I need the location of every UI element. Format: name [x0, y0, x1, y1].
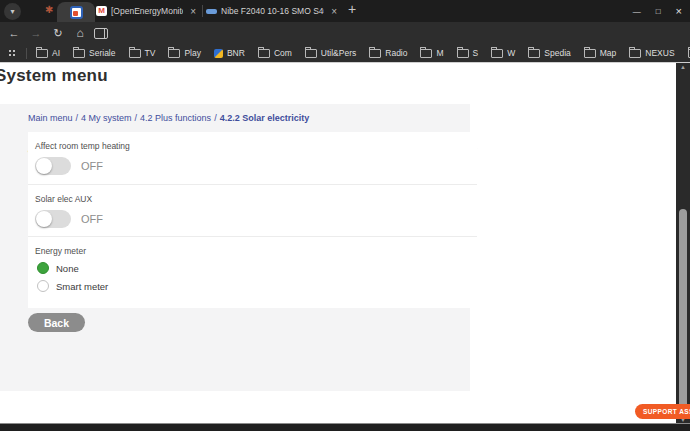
toggle-knob — [36, 158, 52, 174]
bookmark-folder-com[interactable]: Com — [258, 48, 292, 58]
setting-label: Energy meter — [35, 246, 86, 256]
nibe-favicon-icon — [206, 9, 217, 14]
bookmark-folder-ai[interactable]: AI — [36, 48, 60, 58]
breadcrumb-my-system[interactable]: 4 My system — [81, 113, 132, 123]
folder-icon — [305, 49, 317, 58]
bookmark-folder-utilpers[interactable]: Util&Pers — [305, 48, 356, 58]
folder-icon — [168, 49, 180, 58]
side-panel-icon[interactable] — [94, 28, 108, 39]
tab-openenergymonitor[interactable]: M [OpenEnergyMonitor Communi × — [96, 0, 199, 22]
folder-icon — [73, 49, 85, 58]
folder-icon — [457, 49, 469, 58]
apps-grid-icon[interactable] — [8, 49, 17, 58]
toggle-state-label: OFF — [81, 213, 103, 225]
breadcrumb-main-menu[interactable]: Main menu — [28, 113, 73, 123]
toggle-knob — [36, 211, 52, 227]
tab-nibe[interactable]: Nibe F2040 10-16 SMO S40 "Ili × — [206, 0, 340, 22]
radio-selected-icon — [37, 262, 49, 274]
page-content: System menu Main menu/4 My system/4.2 Pl… — [0, 62, 690, 424]
folder-icon — [629, 49, 641, 58]
toggle-solar-elec-aux[interactable] — [35, 210, 71, 228]
chevron-down-icon: ▾ — [10, 7, 14, 16]
window-close-icon[interactable]: × — [676, 5, 682, 17]
folder-icon — [528, 49, 540, 58]
setting-row-energy-meter: Energy meter None Smart meter — [28, 237, 477, 308]
tab-active-myuplink[interactable] — [57, 2, 95, 22]
tab-strip: ▾ ✱ M [OpenEnergyMonitor Communi × Nibe … — [0, 0, 690, 22]
scrollbar[interactable]: ▲ ▼ — [676, 63, 690, 424]
back-button[interactable]: Back — [28, 313, 85, 332]
toggle-affect-room-temp[interactable] — [35, 157, 71, 175]
tab-separator — [202, 5, 203, 17]
home-icon[interactable]: ⌂ — [72, 22, 88, 44]
tab-title: Nibe F2040 10-16 SMO S40 "Ili — [221, 6, 324, 16]
back-icon[interactable]: ← — [6, 22, 22, 44]
breadcrumb: Main menu/4 My system/4.2 Plus functions… — [28, 113, 309, 123]
bookmark-folder-map[interactable]: Map — [584, 48, 617, 58]
support-assistant-button[interactable]: SUPPORT ASSISTANT — [635, 404, 690, 419]
window-controls: — □ × — [633, 0, 682, 22]
bookmark-folder-m[interactable]: M — [420, 48, 443, 58]
bookmark-folder-play[interactable]: Play — [168, 48, 201, 58]
scroll-up-icon[interactable]: ▲ — [676, 64, 690, 70]
bookmark-bnr[interactable]: BNR — [214, 48, 245, 58]
radio-unselected-icon — [37, 280, 49, 292]
setting-row-solar-elec-aux: Solar elec AUX OFF — [28, 185, 477, 237]
myuplink-favicon-icon — [70, 6, 83, 19]
folder-icon — [420, 49, 432, 58]
forward-icon[interactable]: → — [28, 22, 44, 44]
bookmark-folder-radio[interactable]: Radio — [369, 48, 407, 58]
radio-option-smart-meter[interactable]: Smart meter — [37, 280, 108, 292]
scrollbar-thumb[interactable] — [679, 209, 687, 413]
setting-row-affect-room-temp: Affect room temp heating OFF — [28, 132, 477, 185]
bookmark-folder-spedia[interactable]: Spedia — [528, 48, 570, 58]
bookmark-folder-s[interactable]: S — [457, 48, 479, 58]
bottom-bar — [0, 423, 690, 431]
breadcrumb-plus-functions[interactable]: 4.2 Plus functions — [140, 113, 211, 123]
minimize-icon[interactable]: — — [633, 7, 641, 16]
setting-label: Solar elec AUX — [35, 194, 92, 204]
settings-card: Affect room temp heating OFF Solar elec … — [28, 132, 477, 308]
new-tab-button[interactable]: + — [348, 1, 356, 17]
tab-search-button[interactable]: ▾ — [4, 3, 21, 20]
breadcrumb-current: 4.2.2 Solar electricity — [220, 113, 310, 123]
bookmark-folder-tv[interactable]: TV — [129, 48, 156, 58]
toggle-state-label: OFF — [81, 160, 103, 172]
bookmarks-divider — [26, 48, 27, 59]
setting-label: Affect room temp heating — [35, 141, 130, 151]
browser-toolbar: ← → ↻ ⌂ https://myuplink.com/device-sett… — [0, 22, 690, 44]
page-title: System menu — [0, 66, 108, 86]
radio-option-none[interactable]: None — [37, 262, 79, 274]
maximize-icon[interactable]: □ — [656, 7, 661, 16]
folder-icon — [258, 49, 270, 58]
bookmark-folder-w[interactable]: W — [491, 48, 515, 58]
close-tab-icon[interactable]: × — [187, 6, 199, 17]
pinned-tab-favicon-icon[interactable]: ✱ — [45, 4, 53, 15]
close-tab-icon[interactable]: × — [328, 6, 340, 17]
folder-icon — [36, 49, 48, 58]
reload-icon[interactable]: ↻ — [50, 22, 66, 44]
folder-icon — [491, 49, 503, 58]
tab-title: [OpenEnergyMonitor Communi — [111, 6, 183, 16]
bnr-favicon-icon — [214, 49, 223, 58]
bookmark-folder-seriale[interactable]: Seriale — [73, 48, 115, 58]
folder-icon — [584, 49, 596, 58]
bookmark-folder-nexus[interactable]: NEXUS — [629, 48, 674, 58]
folder-icon — [129, 49, 141, 58]
gmail-favicon-icon: M — [96, 6, 107, 16]
bookmarks-bar: AI Seriale TV Play BNR Com Util&Pers Rad… — [0, 44, 690, 62]
folder-icon — [369, 49, 381, 58]
